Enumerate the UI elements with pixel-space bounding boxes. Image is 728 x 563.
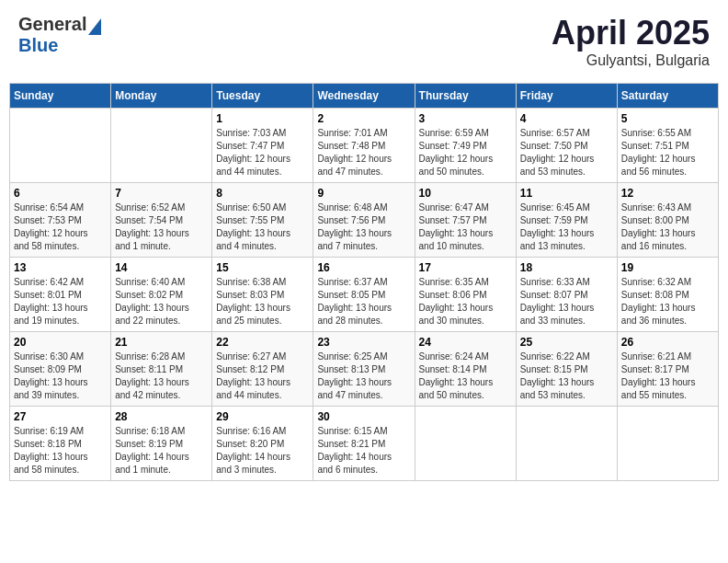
page-header: General Blue April 2025 Gulyantsi, Bulga…	[9, 9, 719, 74]
day-number: 12	[621, 187, 714, 200]
day-number: 9	[317, 187, 410, 200]
day-number: 2	[317, 112, 410, 125]
calendar-cell: 6Sunrise: 6:54 AM Sunset: 7:53 PM Daylig…	[10, 183, 111, 258]
calendar-cell: 29Sunrise: 6:16 AM Sunset: 8:20 PM Dayli…	[212, 407, 313, 481]
day-number: 17	[419, 261, 512, 274]
weekday-header: Saturday	[617, 84, 718, 109]
calendar-cell: 18Sunrise: 6:33 AM Sunset: 8:07 PM Dayli…	[516, 258, 617, 332]
day-number: 7	[115, 187, 208, 200]
calendar-cell	[10, 109, 111, 183]
calendar-cell: 17Sunrise: 6:35 AM Sunset: 8:06 PM Dayli…	[415, 258, 516, 332]
day-info: Sunrise: 6:25 AM Sunset: 8:13 PM Dayligh…	[317, 350, 410, 402]
calendar-cell	[516, 407, 617, 481]
calendar-cell: 21Sunrise: 6:28 AM Sunset: 8:11 PM Dayli…	[111, 332, 212, 407]
day-number: 29	[216, 410, 309, 423]
calendar-cell: 10Sunrise: 6:47 AM Sunset: 7:57 PM Dayli…	[415, 183, 516, 258]
day-number: 4	[520, 112, 613, 125]
calendar-cell: 28Sunrise: 6:18 AM Sunset: 8:19 PM Dayli…	[111, 407, 212, 481]
day-info: Sunrise: 6:42 AM Sunset: 8:01 PM Dayligh…	[14, 276, 107, 327]
day-info: Sunrise: 6:54 AM Sunset: 7:53 PM Dayligh…	[14, 201, 107, 253]
day-info: Sunrise: 7:01 AM Sunset: 7:48 PM Dayligh…	[317, 127, 410, 178]
location-title: Gulyantsi, Bulgaria	[552, 52, 710, 69]
day-info: Sunrise: 6:47 AM Sunset: 7:57 PM Dayligh…	[419, 201, 512, 253]
calendar-cell	[415, 407, 516, 481]
day-info: Sunrise: 6:33 AM Sunset: 8:07 PM Dayligh…	[520, 276, 613, 327]
day-number: 27	[14, 410, 107, 423]
calendar-cell: 26Sunrise: 6:21 AM Sunset: 8:17 PM Dayli…	[617, 332, 718, 407]
day-info: Sunrise: 6:40 AM Sunset: 8:02 PM Dayligh…	[115, 276, 208, 327]
calendar-cell: 3Sunrise: 6:59 AM Sunset: 7:49 PM Daylig…	[415, 109, 516, 183]
calendar-cell: 9Sunrise: 6:48 AM Sunset: 7:56 PM Daylig…	[313, 183, 415, 258]
day-number: 11	[520, 187, 613, 200]
day-info: Sunrise: 6:35 AM Sunset: 8:06 PM Dayligh…	[419, 276, 512, 327]
day-number: 22	[216, 336, 309, 349]
calendar-cell	[111, 109, 212, 183]
calendar-cell	[617, 407, 718, 481]
day-info: Sunrise: 7:03 AM Sunset: 7:47 PM Dayligh…	[216, 127, 309, 178]
day-info: Sunrise: 6:57 AM Sunset: 7:50 PM Dayligh…	[520, 127, 613, 178]
logo-blue-text: Blue	[18, 35, 58, 56]
day-info: Sunrise: 6:59 AM Sunset: 7:49 PM Dayligh…	[419, 127, 512, 178]
day-number: 20	[14, 336, 107, 349]
calendar-week-row: 27Sunrise: 6:19 AM Sunset: 8:18 PM Dayli…	[10, 407, 719, 481]
calendar-cell: 15Sunrise: 6:38 AM Sunset: 8:03 PM Dayli…	[212, 258, 313, 332]
calendar-cell: 20Sunrise: 6:30 AM Sunset: 8:09 PM Dayli…	[10, 332, 111, 407]
calendar-cell: 11Sunrise: 6:45 AM Sunset: 7:59 PM Dayli…	[516, 183, 617, 258]
calendar-table: SundayMondayTuesdayWednesdayThursdayFrid…	[9, 83, 719, 481]
day-info: Sunrise: 6:37 AM Sunset: 8:05 PM Dayligh…	[317, 276, 410, 327]
day-number: 14	[115, 261, 208, 274]
day-info: Sunrise: 6:38 AM Sunset: 8:03 PM Dayligh…	[216, 276, 309, 327]
day-info: Sunrise: 6:19 AM Sunset: 8:18 PM Dayligh…	[14, 425, 107, 477]
calendar-cell: 5Sunrise: 6:55 AM Sunset: 7:51 PM Daylig…	[617, 109, 718, 183]
day-info: Sunrise: 6:22 AM Sunset: 8:15 PM Dayligh…	[520, 350, 613, 402]
day-info: Sunrise: 6:52 AM Sunset: 7:54 PM Dayligh…	[115, 201, 208, 253]
calendar-cell: 8Sunrise: 6:50 AM Sunset: 7:55 PM Daylig…	[212, 183, 313, 258]
weekday-header: Friday	[516, 84, 617, 109]
weekday-header: Wednesday	[313, 84, 415, 109]
weekday-header-row: SundayMondayTuesdayWednesdayThursdayFrid…	[10, 84, 719, 109]
weekday-header: Sunday	[10, 84, 111, 109]
day-number: 13	[14, 261, 107, 274]
calendar-cell: 1Sunrise: 7:03 AM Sunset: 7:47 PM Daylig…	[212, 109, 313, 183]
day-info: Sunrise: 6:55 AM Sunset: 7:51 PM Dayligh…	[621, 127, 714, 178]
calendar-cell: 22Sunrise: 6:27 AM Sunset: 8:12 PM Dayli…	[212, 332, 313, 407]
day-info: Sunrise: 6:24 AM Sunset: 8:14 PM Dayligh…	[419, 350, 512, 402]
day-info: Sunrise: 6:27 AM Sunset: 8:12 PM Dayligh…	[216, 350, 309, 402]
day-number: 23	[317, 336, 410, 349]
day-info: Sunrise: 6:48 AM Sunset: 7:56 PM Dayligh…	[317, 201, 410, 253]
calendar-cell: 13Sunrise: 6:42 AM Sunset: 8:01 PM Dayli…	[10, 258, 111, 332]
day-number: 6	[14, 187, 107, 200]
day-number: 16	[317, 261, 410, 274]
day-info: Sunrise: 6:16 AM Sunset: 8:20 PM Dayligh…	[216, 425, 309, 477]
day-info: Sunrise: 6:30 AM Sunset: 8:09 PM Dayligh…	[14, 350, 107, 402]
calendar-cell: 4Sunrise: 6:57 AM Sunset: 7:50 PM Daylig…	[516, 109, 617, 183]
logo-general-text: General	[18, 14, 86, 35]
day-number: 19	[621, 261, 714, 274]
title-block: April 2025 Gulyantsi, Bulgaria	[552, 14, 710, 69]
calendar-week-row: 1Sunrise: 7:03 AM Sunset: 7:47 PM Daylig…	[10, 109, 719, 183]
calendar-cell: 16Sunrise: 6:37 AM Sunset: 8:05 PM Dayli…	[313, 258, 415, 332]
day-info: Sunrise: 6:21 AM Sunset: 8:17 PM Dayligh…	[621, 350, 714, 402]
day-number: 5	[621, 112, 714, 125]
day-number: 21	[115, 336, 208, 349]
calendar-cell: 19Sunrise: 6:32 AM Sunset: 8:08 PM Dayli…	[617, 258, 718, 332]
day-number: 24	[419, 336, 512, 349]
calendar-week-row: 13Sunrise: 6:42 AM Sunset: 8:01 PM Dayli…	[10, 258, 719, 332]
weekday-header: Thursday	[415, 84, 516, 109]
calendar-cell: 23Sunrise: 6:25 AM Sunset: 8:13 PM Dayli…	[313, 332, 415, 407]
weekday-header: Tuesday	[212, 84, 313, 109]
day-info: Sunrise: 6:15 AM Sunset: 8:21 PM Dayligh…	[317, 425, 410, 477]
day-number: 15	[216, 261, 309, 274]
day-info: Sunrise: 6:50 AM Sunset: 7:55 PM Dayligh…	[216, 201, 309, 253]
day-info: Sunrise: 6:45 AM Sunset: 7:59 PM Dayligh…	[520, 201, 613, 253]
day-info: Sunrise: 6:43 AM Sunset: 8:00 PM Dayligh…	[621, 201, 714, 253]
day-number: 30	[317, 410, 410, 423]
day-number: 3	[419, 112, 512, 125]
month-title: April 2025	[552, 14, 710, 52]
calendar-cell: 25Sunrise: 6:22 AM Sunset: 8:15 PM Dayli…	[516, 332, 617, 407]
calendar-cell: 27Sunrise: 6:19 AM Sunset: 8:18 PM Dayli…	[10, 407, 111, 481]
calendar-cell: 30Sunrise: 6:15 AM Sunset: 8:21 PM Dayli…	[313, 407, 415, 481]
calendar-cell: 12Sunrise: 6:43 AM Sunset: 8:00 PM Dayli…	[617, 183, 718, 258]
day-info: Sunrise: 6:32 AM Sunset: 8:08 PM Dayligh…	[621, 276, 714, 327]
calendar-week-row: 20Sunrise: 6:30 AM Sunset: 8:09 PM Dayli…	[10, 332, 719, 407]
